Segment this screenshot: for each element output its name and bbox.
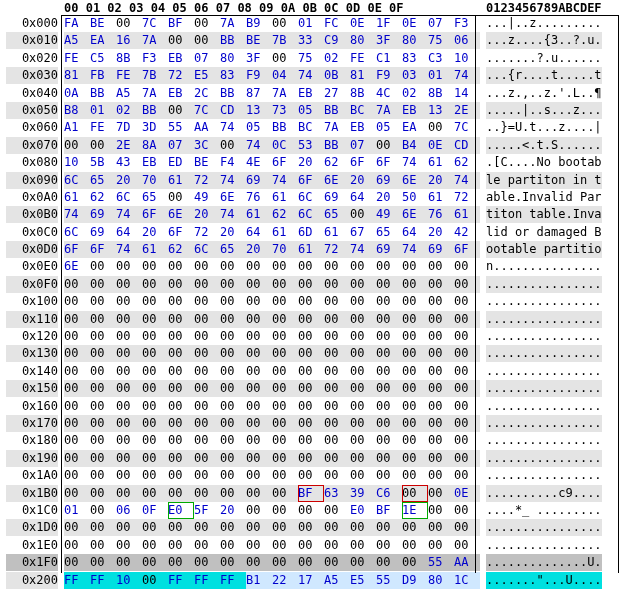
hex-cells[interactable]: 6C6964206F722064616D616765642042 (64, 224, 480, 241)
hex-row[interactable]: 0x0B07469746F6E207461626C6500496E7661tit… (0, 206, 640, 223)
hex-byte[interactable]: 00 (90, 502, 116, 519)
hex-byte[interactable]: BB (220, 32, 246, 49)
hex-byte[interactable]: 00 (298, 311, 324, 328)
hex-byte[interactable]: 00 (324, 276, 350, 293)
hex-byte[interactable]: 81 (350, 67, 376, 84)
hex-byte[interactable]: 00 (350, 293, 376, 310)
hex-byte[interactable]: 00 (272, 311, 298, 328)
hex-byte[interactable]: 00 (376, 554, 402, 571)
hex-row[interactable]: 0x000FABE007CBF007AB90001FC0E1F0E07F3...… (0, 15, 640, 32)
hex-byte[interactable]: 00 (298, 467, 324, 484)
hex-byte[interactable]: 00 (220, 345, 246, 362)
hex-byte[interactable]: 00 (194, 398, 220, 415)
hex-byte[interactable]: 74 (454, 172, 480, 189)
hex-byte[interactable]: 74 (116, 206, 142, 223)
hex-cells[interactable]: 00000000000000000000000000000000 (64, 345, 480, 362)
hex-byte[interactable]: 00 (168, 32, 194, 49)
hex-byte[interactable]: 72 (454, 189, 480, 206)
hex-byte[interactable]: 74 (220, 172, 246, 189)
hex-byte[interactable]: 00 (64, 467, 90, 484)
hex-byte[interactable]: 00 (272, 398, 298, 415)
hex-byte[interactable]: 00 (246, 415, 272, 432)
hex-row[interactable]: 0x200FFFF1000FFFFFFB12217A5E555D9801C...… (0, 572, 640, 589)
hex-byte[interactable]: 69 (324, 189, 350, 206)
hex-byte[interactable]: 00 (116, 450, 142, 467)
hex-byte[interactable]: 00 (428, 537, 454, 554)
hex-byte[interactable]: 39 (350, 485, 376, 502)
hex-byte[interactable]: 00 (168, 293, 194, 310)
hex-byte[interactable]: 00 (298, 380, 324, 397)
hex-byte[interactable]: 00 (350, 519, 376, 536)
hex-byte[interactable]: 61 (142, 241, 168, 258)
hex-byte[interactable]: 64 (350, 189, 376, 206)
hex-byte[interactable]: 00 (272, 328, 298, 345)
hex-cells[interactable]: A5EA167A0000BBBE7B33C9803F807506 (64, 32, 480, 49)
hex-byte[interactable]: 00 (246, 345, 272, 362)
hex-byte[interactable]: 00 (116, 432, 142, 449)
hex-cells[interactable]: 00000000000000000000000000000000 (64, 537, 480, 554)
hex-byte[interactable]: B8 (64, 102, 90, 119)
hex-byte[interactable]: 6F (454, 241, 480, 258)
hex-byte[interactable]: 6C (64, 224, 90, 241)
hex-byte[interactable]: F9 (246, 67, 272, 84)
hex-row[interactable]: 0x11000000000000000000000000000000000...… (0, 311, 640, 328)
hex-byte[interactable]: 62 (168, 241, 194, 258)
hex-byte[interactable]: 00 (64, 345, 90, 362)
hex-byte[interactable]: 07 (194, 50, 220, 67)
hex-byte[interactable]: 00 (298, 276, 324, 293)
hex-byte[interactable]: 00 (324, 450, 350, 467)
hex-byte[interactable]: 61 (246, 206, 272, 223)
hex-byte[interactable]: 00 (376, 258, 402, 275)
hex-byte[interactable]: 00 (402, 276, 428, 293)
hex-byte[interactable]: 00 (142, 554, 168, 571)
hex-byte[interactable]: 6E (402, 172, 428, 189)
hex-cells[interactable]: 00000000000000000000000000000000 (64, 328, 480, 345)
hex-byte[interactable]: 07 (428, 15, 454, 32)
hex-byte[interactable]: 00 (376, 311, 402, 328)
hex-byte[interactable]: 00 (376, 432, 402, 449)
hex-byte[interactable]: 07 (168, 137, 194, 154)
hex-byte[interactable]: 00 (64, 363, 90, 380)
hex-byte[interactable]: 00 (116, 363, 142, 380)
hex-byte[interactable]: 02 (402, 85, 428, 102)
hex-byte[interactable]: AA (454, 554, 480, 571)
hex-byte[interactable]: 69 (90, 224, 116, 241)
hex-byte[interactable]: 00 (272, 519, 298, 536)
hex-byte[interactable]: 72 (324, 241, 350, 258)
hex-byte[interactable]: EA (402, 119, 428, 136)
hex-byte[interactable]: B4 (402, 137, 428, 154)
hex-row[interactable]: 0x0A061626C6500496E76616C696420506172abl… (0, 189, 640, 206)
hex-byte[interactable]: 00 (454, 293, 480, 310)
hex-byte[interactable]: 00 (324, 293, 350, 310)
hex-byte[interactable]: 87 (246, 85, 272, 102)
hex-byte[interactable]: 65 (324, 206, 350, 223)
hex-byte[interactable]: 00 (454, 311, 480, 328)
hex-row[interactable]: 0x0F000000000000000000000000000000000...… (0, 276, 640, 293)
hex-byte[interactable]: 00 (454, 345, 480, 362)
hex-byte[interactable]: 00 (168, 363, 194, 380)
hex-byte[interactable]: 20 (428, 172, 454, 189)
hex-byte[interactable]: FB (90, 67, 116, 84)
hex-byte[interactable]: 00 (246, 554, 272, 571)
hex-row[interactable]: 0x19000000000000000000000000000000000...… (0, 450, 640, 467)
hex-byte[interactable]: 00 (246, 258, 272, 275)
hex-byte[interactable]: 00 (142, 572, 168, 589)
hex-byte[interactable]: 1F (376, 15, 402, 32)
hex-byte[interactable]: 00 (376, 467, 402, 484)
hex-byte[interactable]: 00 (350, 363, 376, 380)
hex-byte[interactable]: BB (324, 102, 350, 119)
hex-byte[interactable]: 00 (142, 328, 168, 345)
hex-byte[interactable]: 0E (454, 485, 480, 502)
hex-byte[interactable]: 00 (298, 328, 324, 345)
hex-byte[interactable]: 00 (324, 328, 350, 345)
hex-byte[interactable]: 00 (246, 502, 272, 519)
hex-byte[interactable]: 61 (428, 189, 454, 206)
hex-byte[interactable]: 3F (376, 32, 402, 49)
hex-byte[interactable]: 00 (90, 258, 116, 275)
hex-row[interactable]: 0x1C00100060FE05F2000000000E0BF1E0000...… (0, 502, 640, 519)
hex-byte[interactable]: 65 (376, 224, 402, 241)
hex-byte[interactable]: 00 (142, 311, 168, 328)
hex-byte[interactable]: 00 (64, 137, 90, 154)
hex-byte[interactable]: 00 (116, 15, 142, 32)
hex-byte[interactable]: 72 (194, 172, 220, 189)
